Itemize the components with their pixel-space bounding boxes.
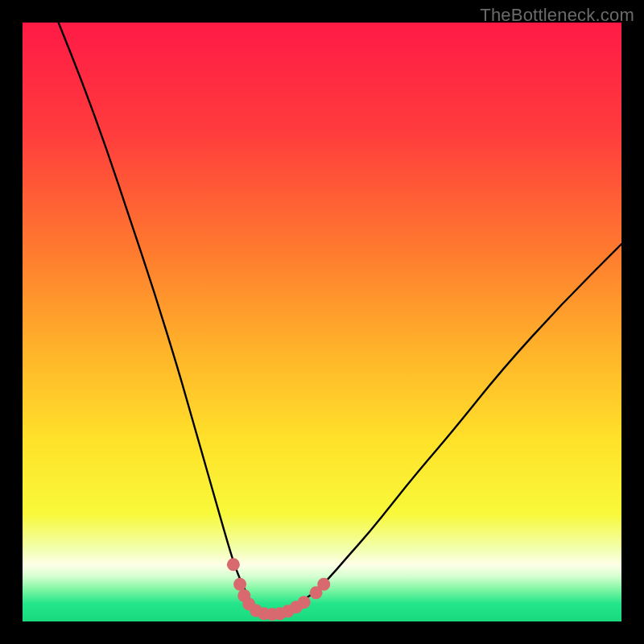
curve-marker: [227, 558, 240, 571]
curve-marker: [233, 578, 246, 591]
gradient-background: [23, 23, 621, 621]
chart-frame: TheBottleneck.com: [0, 0, 644, 644]
plot-area: [23, 23, 621, 621]
curve-marker: [317, 578, 330, 591]
bottleneck-chart: [23, 23, 621, 621]
curve-marker: [298, 596, 311, 609]
